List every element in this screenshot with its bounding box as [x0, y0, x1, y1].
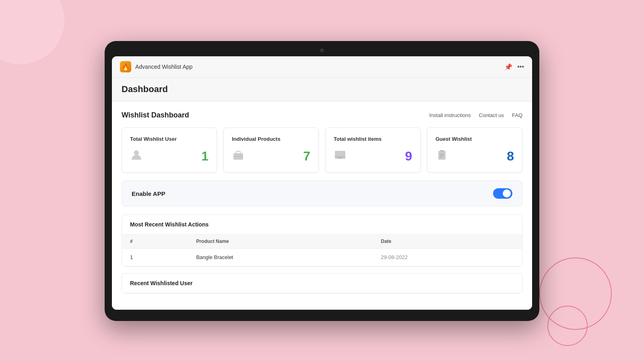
app-icon: 🔥: [120, 61, 131, 72]
device-camera: [320, 48, 324, 52]
stats-grid: Total Wishlist User 1 Individual Produ: [122, 128, 522, 173]
device-frame: 🔥 Advanced Wishlist App 📌 ••• Dashboard …: [105, 41, 539, 321]
top-bar-actions: 📌 •••: [504, 63, 524, 71]
bg-decoration-ring2: [547, 306, 588, 346]
svg-point-0: [134, 150, 139, 155]
faq-link[interactable]: FAQ: [512, 112, 522, 118]
screen: 🔥 Advanced Wishlist App 📌 ••• Dashboard …: [112, 56, 532, 310]
main-content: Wishlist Dashboard Install instructions …: [112, 101, 532, 310]
app-icon-emoji: 🔥: [122, 63, 130, 71]
col-header-index: #: [122, 234, 188, 249]
cell-index: 1: [122, 249, 188, 266]
enable-app-section: Enable APP: [122, 181, 522, 206]
app-logo-area: 🔥 Advanced Wishlist App: [120, 61, 192, 72]
col-header-product-name: Product Name: [188, 234, 373, 249]
pin-icon[interactable]: 📌: [504, 63, 512, 71]
person-icon: [130, 148, 143, 164]
stat-title-individual-products: Individual Products: [232, 136, 310, 142]
stat-body-wishlist-user: 1: [130, 148, 208, 164]
more-options-icon[interactable]: •••: [517, 63, 524, 70]
wishlist-dashboard-title: Wishlist Dashboard: [122, 111, 189, 119]
recent-user-section: Recent Wishlisted User: [122, 273, 522, 294]
cell-date: 29-08-2022: [373, 249, 522, 266]
stat-body-total-wishlist-items: 9: [334, 148, 412, 164]
table-header-row: # Product Name Date: [122, 234, 522, 249]
stat-value-wishlist-user: 1: [201, 149, 208, 164]
enable-app-toggle[interactable]: [493, 188, 512, 199]
stat-card-individual-products: Individual Products 7: [223, 128, 319, 173]
contact-us-link[interactable]: Contact us: [479, 112, 504, 118]
stat-body-guest-wishlist: 8: [436, 148, 514, 164]
wishlist-header: Wishlist Dashboard Install instructions …: [122, 111, 522, 119]
top-bar: 🔥 Advanced Wishlist App 📌 •••: [112, 56, 532, 78]
app-title: Advanced Wishlist App: [135, 64, 192, 70]
stat-title-wishlist-user: Total Wishlist User: [130, 136, 208, 142]
dashboard-header: Dashboard: [112, 78, 532, 101]
enable-app-label: Enable APP: [132, 190, 165, 197]
briefcase-icon: [232, 148, 245, 164]
recent-actions-table: # Product Name Date 1 Bangle Bracelet 29…: [122, 234, 522, 266]
stat-body-individual-products: 7: [232, 148, 310, 164]
cell-product-name: Bangle Bracelet: [188, 249, 373, 266]
bg-decoration-top: [0, 0, 64, 64]
stat-title-guest-wishlist: Guest Wishlist: [436, 136, 514, 142]
stat-value-individual-products: 7: [303, 149, 310, 164]
stat-card-total-wishlist-items: Total wishlist items 9: [325, 128, 421, 173]
inbox-icon: [334, 148, 347, 164]
svg-rect-4: [438, 151, 446, 160]
install-instructions-link[interactable]: Install instructions: [429, 112, 471, 118]
wishlist-links: Install instructions Contact us FAQ: [429, 112, 523, 118]
stat-card-total-wishlist-user: Total Wishlist User 1: [122, 128, 217, 173]
stat-title-total-wishlist-items: Total wishlist items: [334, 136, 412, 142]
page-title: Dashboard: [122, 84, 522, 95]
table-row: 1 Bangle Bracelet 29-08-2022: [122, 249, 522, 266]
col-header-date: Date: [373, 234, 522, 249]
recent-user-title: Recent Wishlisted User: [122, 274, 522, 293]
recent-actions-title: Most Recent Wishlist Actions: [122, 215, 522, 234]
stat-card-guest-wishlist: Guest Wishlist 8: [427, 128, 522, 173]
stat-value-guest-wishlist: 8: [507, 149, 514, 164]
clipboard-icon: [436, 148, 448, 164]
stat-value-total-wishlist-items: 9: [405, 149, 412, 164]
recent-actions-section: Most Recent Wishlist Actions # Product N…: [122, 214, 522, 267]
svg-rect-5: [440, 150, 444, 152]
